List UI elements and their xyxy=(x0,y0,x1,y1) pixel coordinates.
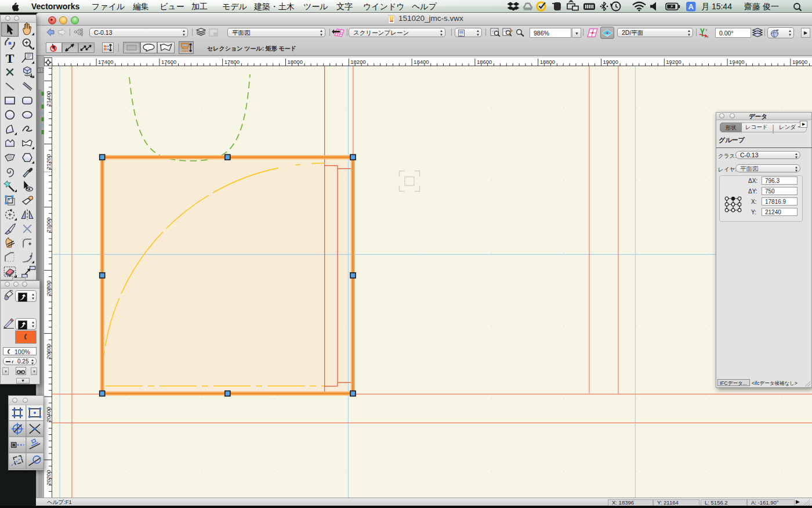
svg-text:17400: 17400 xyxy=(98,59,113,65)
svg-text:19600: 19600 xyxy=(792,59,807,65)
svg-text:20600: 20600 xyxy=(45,344,52,359)
svg-text:21200: 21200 xyxy=(45,154,52,170)
svg-text:21400: 21400 xyxy=(45,91,52,106)
svg-text:17600: 17600 xyxy=(161,59,176,65)
svg-text:19000: 19000 xyxy=(603,59,618,65)
svg-text:19400: 19400 xyxy=(729,59,744,65)
svg-text:18400: 18400 xyxy=(414,59,429,65)
svg-text:A: A xyxy=(688,3,694,11)
svg-text:18000: 18000 xyxy=(288,59,303,65)
svg-text:20400: 20400 xyxy=(45,407,52,422)
svg-text:x: x xyxy=(707,35,709,38)
svg-text:18600: 18600 xyxy=(477,59,492,65)
svg-text:18200: 18200 xyxy=(350,59,365,65)
svg-text:21000: 21000 xyxy=(45,217,52,232)
svg-text:Y: Y xyxy=(705,28,708,32)
svg-text:20200: 20200 xyxy=(45,470,52,485)
svg-text:18800: 18800 xyxy=(540,59,555,65)
svg-text:20800: 20800 xyxy=(45,280,52,296)
svg-text:T: T xyxy=(6,52,14,66)
svg-text:17800: 17800 xyxy=(224,59,240,65)
svg-text:19200: 19200 xyxy=(666,59,681,65)
